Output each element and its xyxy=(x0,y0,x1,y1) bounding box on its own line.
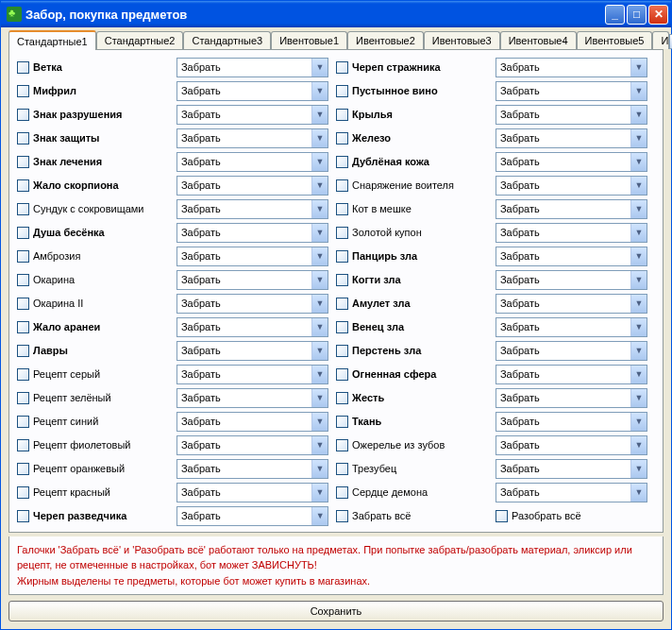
item-checkbox[interactable] xyxy=(17,392,29,404)
action-select[interactable]: Забрать▼ xyxy=(496,270,647,290)
item-label: Знак разрушения xyxy=(33,109,122,120)
item-checkbox[interactable] xyxy=(336,109,348,121)
item-checkbox[interactable] xyxy=(17,463,29,475)
item-checkbox[interactable] xyxy=(17,321,29,333)
item-checkbox[interactable] xyxy=(17,298,29,310)
action-select[interactable]: Забрать▼ xyxy=(496,317,647,337)
tab-evt2[interactable]: Ивентовые2 xyxy=(347,31,424,49)
item-checkbox[interactable] xyxy=(336,227,348,239)
action-select[interactable]: Забрать▼ xyxy=(496,58,647,77)
action-select[interactable]: Забрать▼ xyxy=(176,459,328,479)
minimize-button[interactable]: _ xyxy=(605,5,625,25)
close-button[interactable]: ✕ xyxy=(648,5,668,25)
action-value: Забрать xyxy=(496,345,630,356)
item-checkbox[interactable] xyxy=(17,250,29,263)
chevron-down-icon: ▼ xyxy=(311,106,328,124)
item-checkbox[interactable] xyxy=(336,439,348,451)
action-select[interactable]: Забрать▼ xyxy=(176,365,328,384)
tab-std2[interactable]: Стандартные2 xyxy=(96,31,184,49)
item-checkbox[interactable] xyxy=(336,250,348,263)
tab-std1[interactable]: Стандартные1 xyxy=(8,30,96,50)
take-all-checkbox[interactable] xyxy=(336,510,348,522)
item-checkbox[interactable] xyxy=(336,85,348,97)
action-select[interactable]: Забрать▼ xyxy=(176,412,328,432)
action-select[interactable]: Забрать▼ xyxy=(176,506,328,526)
action-select[interactable]: Забрать▼ xyxy=(176,483,328,502)
item-checkbox[interactable] xyxy=(17,203,29,215)
item-checkbox[interactable] xyxy=(17,416,29,428)
item-checkbox[interactable] xyxy=(336,368,348,381)
action-select[interactable]: Забрать▼ xyxy=(176,152,328,172)
action-select[interactable]: Забрать▼ xyxy=(496,412,647,432)
item-label: Венец зла xyxy=(352,321,404,332)
action-select[interactable]: Забрать▼ xyxy=(176,341,328,361)
item-checkbox[interactable] xyxy=(336,132,348,145)
item-checkbox[interactable] xyxy=(336,463,348,475)
item-checkbox[interactable] xyxy=(17,368,29,381)
item-checkbox[interactable] xyxy=(336,298,348,310)
action-select[interactable]: Забрать▼ xyxy=(496,152,647,172)
action-select[interactable]: Забрать▼ xyxy=(496,199,647,219)
action-select[interactable]: Забрать▼ xyxy=(496,128,647,148)
action-select[interactable]: Забрать▼ xyxy=(176,294,328,314)
action-select[interactable]: Забрать▼ xyxy=(176,58,328,77)
action-select[interactable]: Забрать▼ xyxy=(176,199,328,219)
item-checkbox[interactable] xyxy=(336,156,348,168)
item-checkbox[interactable] xyxy=(336,321,348,333)
action-value: Забрать xyxy=(496,132,630,144)
action-select[interactable]: Забрать▼ xyxy=(496,435,647,455)
disasm-all-checkbox[interactable] xyxy=(496,510,508,522)
item-checkbox[interactable] xyxy=(336,179,348,192)
save-button[interactable]: Сохранить xyxy=(8,601,664,621)
item-label: Окарина xyxy=(33,274,75,285)
item-checkbox[interactable] xyxy=(17,510,29,522)
action-select[interactable]: Забрать▼ xyxy=(176,176,328,196)
action-select[interactable]: Забрать▼ xyxy=(176,317,328,337)
action-select[interactable]: Забрать▼ xyxy=(176,128,328,148)
action-select[interactable]: Забрать▼ xyxy=(496,341,647,361)
item-checkbox[interactable] xyxy=(17,61,29,74)
item-checkbox[interactable] xyxy=(336,345,348,357)
tab-evt4[interactable]: Ивентовые4 xyxy=(500,31,577,49)
item-checkbox[interactable] xyxy=(17,439,29,451)
item-checkbox[interactable] xyxy=(17,109,29,121)
action-select[interactable]: Забрать▼ xyxy=(496,365,647,384)
item-checkbox[interactable] xyxy=(17,179,29,192)
item-checkbox[interactable] xyxy=(336,486,348,499)
tab-evt3[interactable]: Ивентовые3 xyxy=(424,31,500,49)
action-select[interactable]: Забрать▼ xyxy=(176,81,328,101)
item-checkbox[interactable] xyxy=(336,392,348,404)
titlebar[interactable]: Забор, покупка предметов _ □ ✕ xyxy=(1,1,671,27)
action-select[interactable]: Забрать▼ xyxy=(496,247,647,266)
item-checkbox[interactable] xyxy=(336,416,348,428)
item-checkbox[interactable] xyxy=(17,132,29,145)
item-checkbox[interactable] xyxy=(336,274,348,286)
item-checkbox[interactable] xyxy=(336,203,348,215)
action-select[interactable]: Забрать▼ xyxy=(496,388,647,408)
maximize-button[interactable]: □ xyxy=(627,5,647,25)
item-checkbox[interactable] xyxy=(17,345,29,357)
tab-evt1[interactable]: Ивентовые1 xyxy=(271,31,347,49)
item-checkbox[interactable] xyxy=(17,486,29,499)
tab-std3[interactable]: Стандартные3 xyxy=(183,31,271,49)
tab-evt6[interactable]: Ивентовые6 xyxy=(652,31,669,49)
tab-evt5[interactable]: Ивентовые5 xyxy=(577,31,653,49)
action-select[interactable]: Забрать▼ xyxy=(496,81,647,101)
action-select[interactable]: Забрать▼ xyxy=(176,270,328,290)
action-select[interactable]: Забрать▼ xyxy=(176,247,328,266)
action-select[interactable]: Забрать▼ xyxy=(496,176,647,196)
item-checkbox[interactable] xyxy=(17,85,29,97)
action-select[interactable]: Забрать▼ xyxy=(496,459,647,479)
action-select[interactable]: Забрать▼ xyxy=(496,105,647,125)
action-select[interactable]: Забрать▼ xyxy=(176,435,328,455)
action-select[interactable]: Забрать▼ xyxy=(496,223,647,243)
action-select[interactable]: Забрать▼ xyxy=(496,294,647,314)
action-select[interactable]: Забрать▼ xyxy=(496,483,647,502)
action-select[interactable]: Забрать▼ xyxy=(176,105,328,125)
action-select[interactable]: Забрать▼ xyxy=(176,223,328,243)
item-checkbox[interactable] xyxy=(336,61,348,74)
item-checkbox[interactable] xyxy=(17,156,29,168)
action-select[interactable]: Забрать▼ xyxy=(176,388,328,408)
item-checkbox[interactable] xyxy=(17,274,29,286)
item-checkbox[interactable] xyxy=(17,227,29,239)
